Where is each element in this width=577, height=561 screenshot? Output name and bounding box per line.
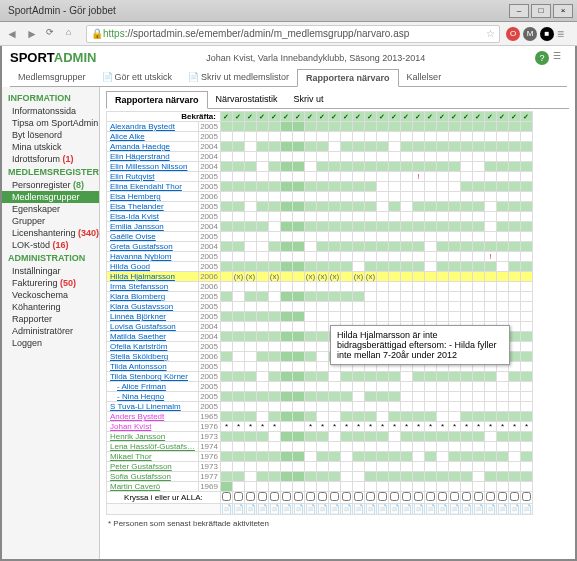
- attendance-cell[interactable]: [508, 302, 520, 312]
- attendance-cell[interactable]: [388, 432, 400, 442]
- sidebar-item[interactable]: Inställningar: [2, 265, 99, 277]
- attendance-cell[interactable]: [400, 272, 412, 282]
- attendance-cell[interactable]: [244, 392, 256, 402]
- toggle-all-checkbox[interactable]: [414, 492, 423, 501]
- attendance-cell[interactable]: [520, 312, 532, 322]
- attendance-cell[interactable]: [496, 212, 508, 222]
- ext-icon-3[interactable]: ■: [540, 27, 554, 41]
- attendance-cell[interactable]: [412, 142, 424, 152]
- attendance-cell[interactable]: [268, 392, 280, 402]
- attendance-cell[interactable]: [412, 292, 424, 302]
- attendance-cell[interactable]: [400, 432, 412, 442]
- column-doc-icon[interactable]: 📄: [388, 504, 400, 515]
- attendance-cell[interactable]: [280, 462, 292, 472]
- attendance-cell[interactable]: [388, 192, 400, 202]
- attendance-cell[interactable]: [352, 122, 364, 132]
- attendance-cell[interactable]: [472, 392, 484, 402]
- column-doc-icon[interactable]: 📄: [484, 504, 496, 515]
- attendance-cell[interactable]: [400, 402, 412, 412]
- attendance-cell[interactable]: [412, 372, 424, 382]
- attendance-cell[interactable]: [256, 292, 268, 302]
- attendance-cell[interactable]: [340, 382, 352, 392]
- attendance-cell[interactable]: [388, 232, 400, 242]
- toggle-all-checkbox[interactable]: [522, 492, 531, 501]
- attendance-cell[interactable]: [304, 402, 316, 412]
- attendance-cell[interactable]: *: [400, 422, 412, 432]
- attendance-cell[interactable]: [448, 382, 460, 392]
- attendance-cell[interactable]: [304, 202, 316, 212]
- attendance-cell[interactable]: [328, 192, 340, 202]
- attendance-cell[interactable]: [364, 152, 376, 162]
- attendance-cell[interactable]: [508, 362, 520, 372]
- attendance-cell[interactable]: [400, 372, 412, 382]
- member-link[interactable]: Ofelia Karlström: [110, 342, 167, 351]
- header-check[interactable]: [244, 112, 256, 122]
- attendance-cell[interactable]: [412, 392, 424, 402]
- attendance-cell[interactable]: [304, 472, 316, 482]
- attendance-cell[interactable]: [364, 182, 376, 192]
- attendance-cell[interactable]: [388, 372, 400, 382]
- attendance-cell[interactable]: [424, 132, 436, 142]
- attendance-cell[interactable]: [352, 212, 364, 222]
- attendance-cell[interactable]: [472, 442, 484, 452]
- attendance-cell[interactable]: [364, 372, 376, 382]
- attendance-cell[interactable]: [436, 402, 448, 412]
- attendance-cell[interactable]: [316, 232, 328, 242]
- sidebar-item[interactable]: Loggen: [2, 337, 99, 349]
- header-check[interactable]: [520, 112, 532, 122]
- attendance-cell[interactable]: [520, 142, 532, 152]
- attendance-cell[interactable]: [508, 452, 520, 462]
- attendance-cell[interactable]: [388, 222, 400, 232]
- attendance-cell[interactable]: [268, 122, 280, 132]
- attendance-cell[interactable]: [352, 402, 364, 412]
- attendance-cell[interactable]: [280, 372, 292, 382]
- attendance-cell[interactable]: [400, 452, 412, 462]
- member-link[interactable]: Elsa Thelander: [110, 202, 164, 211]
- attendance-cell[interactable]: [292, 362, 304, 372]
- attendance-cell[interactable]: [448, 192, 460, 202]
- attendance-cell[interactable]: [256, 122, 268, 132]
- attendance-cell[interactable]: [304, 192, 316, 202]
- attendance-cell[interactable]: (x): [364, 272, 376, 282]
- attendance-cell[interactable]: [256, 152, 268, 162]
- attendance-cell[interactable]: [364, 442, 376, 452]
- attendance-cell[interactable]: [472, 372, 484, 382]
- attendance-cell[interactable]: [448, 202, 460, 212]
- attendance-cell[interactable]: [424, 392, 436, 402]
- member-link[interactable]: Alice Alke: [110, 132, 145, 141]
- attendance-cell[interactable]: [508, 222, 520, 232]
- attendance-cell[interactable]: [448, 162, 460, 172]
- attendance-cell[interactable]: [340, 222, 352, 232]
- attendance-cell[interactable]: [280, 142, 292, 152]
- attendance-cell[interactable]: [244, 222, 256, 232]
- attendance-cell[interactable]: [376, 452, 388, 462]
- attendance-cell[interactable]: [508, 292, 520, 302]
- attendance-cell[interactable]: [256, 222, 268, 232]
- attendance-cell[interactable]: [292, 222, 304, 232]
- attendance-cell[interactable]: [232, 282, 244, 292]
- attendance-cell[interactable]: [340, 282, 352, 292]
- attendance-cell[interactable]: [268, 402, 280, 412]
- attendance-cell[interactable]: *: [352, 422, 364, 432]
- attendance-cell[interactable]: [400, 462, 412, 472]
- attendance-cell[interactable]: [316, 432, 328, 442]
- attendance-cell[interactable]: [508, 172, 520, 182]
- attendance-cell[interactable]: [304, 432, 316, 442]
- attendance-cell[interactable]: [400, 242, 412, 252]
- attendance-cell[interactable]: [388, 262, 400, 272]
- attendance-cell[interactable]: [220, 332, 232, 342]
- sidebar-item[interactable]: Rapporter: [2, 313, 99, 325]
- attendance-cell[interactable]: [424, 472, 436, 482]
- attendance-cell[interactable]: [388, 302, 400, 312]
- attendance-cell[interactable]: [484, 202, 496, 212]
- attendance-cell[interactable]: [280, 162, 292, 172]
- attendance-cell[interactable]: [388, 412, 400, 422]
- attendance-cell[interactable]: [304, 152, 316, 162]
- attendance-cell[interactable]: [244, 162, 256, 172]
- attendance-cell[interactable]: [340, 202, 352, 212]
- attendance-cell[interactable]: [520, 452, 532, 462]
- sidebar-item[interactable]: Byt lösenord: [2, 129, 99, 141]
- attendance-cell[interactable]: [292, 162, 304, 172]
- toggle-all-checkbox[interactable]: [234, 492, 243, 501]
- attendance-cell[interactable]: [508, 152, 520, 162]
